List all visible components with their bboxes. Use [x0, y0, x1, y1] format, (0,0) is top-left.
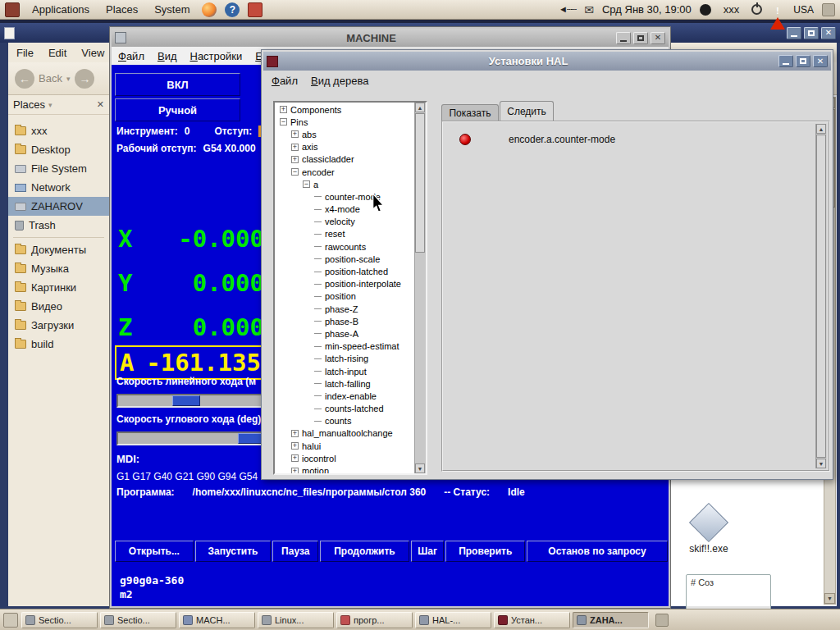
close-button[interactable]: ✕ [821, 27, 836, 39]
scroll-thumb[interactable] [816, 135, 826, 458]
tree-item[interactable]: counts-latched [275, 403, 414, 415]
action-button[interactable]: Открыть... [115, 541, 194, 562]
menu-places[interactable]: Places [102, 2, 142, 17]
back-button[interactable]: ← Back ▾ [15, 69, 70, 89]
action-button[interactable]: Продолжить [320, 541, 409, 562]
tree-item[interactable]: phase-B [275, 315, 414, 327]
sidebar-item-zaharov[interactable]: ZAHAROV [8, 197, 109, 216]
menu-item[interactable]: File [16, 47, 34, 59]
tree-item[interactable]: −encoder [275, 166, 414, 178]
scroll-down-icon[interactable]: ▼ [824, 593, 835, 604]
menu-item[interactable]: Вид дерева [311, 75, 368, 87]
menu-applications[interactable]: Applications [28, 2, 94, 17]
minimize-button[interactable] [778, 55, 793, 67]
tree-item[interactable]: counts [275, 415, 414, 427]
menu-item[interactable]: Вид [158, 50, 177, 62]
task-button[interactable]: ZAHA... [573, 612, 649, 628]
menu-item[interactable]: Файл [118, 50, 144, 62]
sidebar-item-картинки[interactable]: Картинки [8, 278, 109, 297]
sidebar-item-загрузки[interactable]: Загрузки [8, 316, 109, 335]
task-button[interactable]: Sectio... [21, 612, 98, 628]
show-desktop-icon[interactable] [3, 613, 18, 628]
tree-item[interactable]: +hal_manualtoolchange [275, 427, 414, 440]
sidebar-item-trash[interactable]: Trash [8, 216, 109, 235]
tree-item[interactable]: index-enable [275, 390, 414, 402]
sidebar-item-desktop[interactable]: Desktop [8, 140, 109, 159]
tree-item[interactable]: position-scale [275, 253, 414, 265]
file-icon-skif[interactable]: skif!!.exe [678, 505, 740, 555]
sidebar-item-build[interactable]: build [8, 335, 109, 354]
expand-icon[interactable]: + [291, 454, 299, 462]
slider-handle[interactable] [172, 395, 200, 406]
menu-item[interactable]: Настройки [190, 50, 243, 62]
scroll-up-icon[interactable]: ▲ [816, 124, 826, 134]
action-button[interactable]: Пауза [272, 541, 318, 562]
task-button[interactable]: MACH... [179, 612, 255, 628]
tree-item[interactable]: +halui [275, 440, 414, 452]
hal-titlebar[interactable]: Установки HAL ✕ [263, 52, 831, 71]
sidebar-item-network[interactable]: Network [8, 178, 109, 197]
expand-icon[interactable]: + [291, 468, 299, 473]
tree-item[interactable]: latch-rising [275, 353, 414, 365]
sidebar-item-file system[interactable]: File System [8, 159, 109, 178]
back-caret-icon[interactable]: ▾ [66, 75, 71, 83]
power-icon[interactable] [751, 4, 762, 15]
action-button[interactable]: Шаг [411, 541, 445, 562]
user-switcher-label[interactable]: xxx [719, 2, 744, 17]
tree-item[interactable]: +Components [275, 103, 414, 116]
file-icon-script-preview[interactable]: # Соз [686, 574, 771, 612]
maximize-button[interactable] [804, 27, 819, 39]
tree-item[interactable]: min-speed-estimat [275, 340, 414, 353]
tree-item[interactable]: −Pins [275, 116, 414, 128]
tab-show[interactable]: Показать [441, 104, 499, 121]
angular-speed-slider[interactable] [116, 431, 262, 445]
sidebar-item-xxx[interactable]: xxx [8, 121, 109, 140]
tree-item[interactable]: latch-falling [275, 377, 414, 390]
menu-system[interactable]: System [150, 2, 194, 17]
minimize-button[interactable] [787, 27, 801, 39]
machine-titlebar[interactable]: MACHINE ✕ [112, 29, 669, 47]
help-icon[interactable]: ? [225, 2, 240, 17]
tab-watch[interactable]: Следить [500, 101, 554, 121]
maximize-button[interactable] [796, 55, 810, 67]
collapse-icon[interactable]: − [303, 180, 310, 188]
expand-icon[interactable]: + [291, 442, 299, 450]
sidebar-close-icon[interactable]: ✕ [97, 99, 104, 110]
screenshot-icon[interactable] [248, 2, 262, 17]
tree-item[interactable]: x4-mode [275, 203, 414, 216]
tree-item[interactable]: position-latched [275, 265, 414, 277]
expand-icon[interactable]: + [291, 144, 299, 151]
menu-item[interactable]: Файл [272, 75, 298, 87]
window-menu-icon[interactable] [115, 32, 126, 43]
applications-menu-icon[interactable] [5, 2, 20, 17]
window-menu-icon[interactable] [4, 27, 15, 39]
task-button[interactable]: прогр... [336, 612, 413, 628]
collapse-icon[interactable]: − [291, 168, 299, 176]
warning-icon[interactable]: ! [770, 3, 785, 16]
close-button[interactable]: ✕ [813, 55, 828, 67]
tree-item[interactable]: latch-input [275, 365, 414, 377]
window-menu-icon[interactable] [267, 56, 278, 67]
volume-slider-icon[interactable]: ◄┄┄ [559, 4, 576, 15]
menu-item[interactable]: Edit [48, 47, 66, 59]
tree-item[interactable]: position-interpolate [275, 278, 414, 290]
keyboard-layout-indicator[interactable]: USA [793, 4, 814, 16]
tree-item[interactable]: velocity [275, 216, 414, 228]
expand-icon[interactable]: + [291, 156, 299, 163]
action-button[interactable]: Останов по запросу [527, 541, 668, 562]
tray-icon[interactable] [822, 3, 835, 16]
tree-item[interactable]: counter-mode [275, 190, 414, 203]
expand-icon[interactable]: + [291, 130, 299, 138]
watch-scrollbar[interactable]: ▲ ▼ [815, 124, 827, 468]
tree-item[interactable]: +iocontrol [275, 452, 414, 464]
tree-item[interactable]: +abs [275, 128, 414, 140]
program-listing[interactable]: g90g0a-360m2 [120, 573, 184, 601]
maximize-button[interactable] [633, 32, 648, 44]
task-button[interactable]: Sectio... [100, 612, 176, 628]
tree-item[interactable]: rawcounts [275, 240, 414, 253]
action-button[interactable]: Проверить [445, 541, 525, 562]
close-button[interactable]: ✕ [651, 32, 665, 44]
expand-icon[interactable]: + [291, 430, 299, 437]
scroll-up-icon[interactable]: ▲ [415, 103, 425, 112]
linear-speed-slider[interactable] [116, 394, 262, 408]
